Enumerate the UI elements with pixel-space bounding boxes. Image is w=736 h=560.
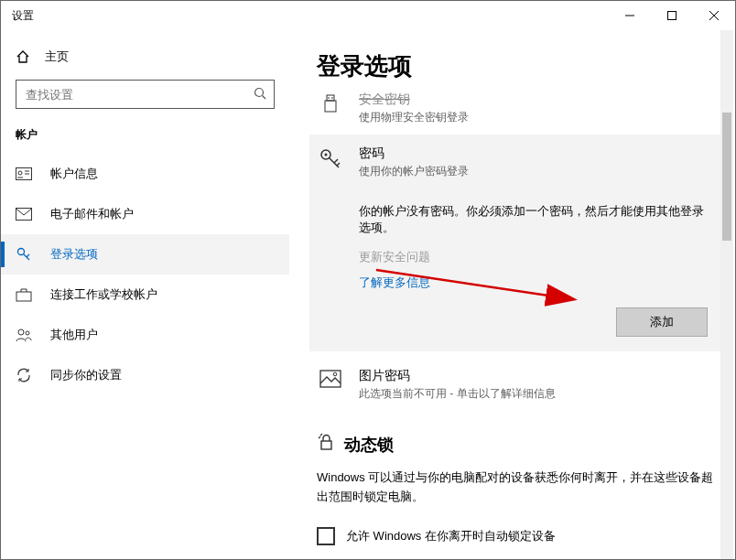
search-icon	[254, 87, 266, 102]
option-head: 图片密码	[359, 368, 715, 384]
close-button[interactable]	[693, 1, 735, 30]
password-body-text: 你的帐户没有密码。你必须添加一个密码，然后才能使用其他登录选项。	[359, 203, 708, 236]
home-label: 主页	[45, 48, 69, 65]
svg-line-26	[337, 163, 340, 166]
sidebar-item-work-school[interactable]: 连接工作或学校帐户	[1, 275, 289, 315]
svg-rect-15	[16, 292, 31, 301]
key-icon	[317, 145, 344, 179]
dynamic-lock-title: 动态锁	[344, 434, 394, 456]
lock-icon	[317, 433, 335, 456]
sidebar-group-label: 帐户	[1, 122, 289, 154]
id-card-icon	[16, 167, 32, 180]
option-head: 密码	[359, 145, 715, 162]
main-content: 登录选项 安全密钥 使用物理安全密钥登录 密码 使用你的帐户密码登录 你的帐户没…	[289, 30, 735, 559]
svg-line-5	[263, 95, 266, 99]
page-title: 登录选项	[317, 50, 715, 82]
mail-icon	[16, 208, 32, 221]
checkbox[interactable]	[317, 527, 335, 545]
usb-key-icon	[317, 92, 344, 125]
sidebar-item-account-info[interactable]: 帐户信息	[1, 154, 289, 194]
home-icon	[16, 49, 32, 64]
option-head: 安全密钥	[359, 92, 715, 108]
learn-more-link[interactable]: 了解更多信息	[359, 275, 708, 291]
svg-point-17	[26, 331, 29, 335]
picture-icon	[317, 368, 344, 402]
svg-rect-27	[320, 371, 341, 387]
svg-rect-19	[325, 101, 336, 112]
option-password[interactable]: 密码 使用你的帐户密码登录 你的帐户没有密码。你必须添加一个密码，然后才能使用其…	[309, 135, 722, 351]
dynamic-lock-heading: 动态锁	[317, 433, 715, 456]
option-picture-password[interactable]: 图片密码 此选项当前不可用 - 单击以了解详细信息	[317, 361, 715, 409]
option-sub: 此选项当前不可用 - 单击以了解详细信息	[359, 386, 715, 402]
svg-line-25	[334, 159, 338, 163]
sync-icon	[16, 367, 32, 383]
update-security-questions: 更新安全问题	[359, 249, 708, 265]
svg-rect-1	[668, 12, 676, 20]
search-input[interactable]	[24, 87, 254, 102]
svg-point-28	[333, 372, 337, 376]
svg-line-14	[27, 254, 29, 257]
svg-rect-18	[327, 95, 334, 101]
svg-rect-29	[321, 441, 331, 449]
scrollbar-thumb[interactable]	[722, 113, 731, 241]
dynamic-lock-checkbox-row[interactable]: 允许 Windows 在你离开时自动锁定设备	[317, 527, 715, 545]
home-nav[interactable]: 主页	[1, 39, 289, 74]
scrollbar[interactable]	[720, 30, 733, 559]
svg-point-4	[255, 88, 264, 96]
svg-point-7	[18, 171, 22, 175]
users-icon	[16, 328, 32, 342]
sidebar-item-signin-options[interactable]: 登录选项	[1, 234, 289, 275]
window-title: 设置	[12, 8, 34, 24]
briefcase-icon	[16, 287, 32, 302]
sidebar-item-label: 电子邮件和帐户	[50, 206, 134, 222]
minimize-button[interactable]	[609, 1, 651, 30]
option-sub: 使用你的帐户密码登录	[359, 164, 715, 179]
titlebar: 设置	[1, 1, 735, 30]
svg-point-23	[325, 154, 328, 156]
add-button[interactable]: 添加	[616, 307, 708, 337]
sidebar-item-label: 同步你的设置	[50, 367, 122, 383]
option-sub: 使用物理安全密钥登录	[359, 110, 715, 125]
sidebar-item-label: 其他用户	[50, 327, 98, 343]
key-icon	[16, 246, 32, 263]
sidebar-item-label: 帐户信息	[50, 166, 98, 182]
checkbox-label: 允许 Windows 在你离开时自动锁定设备	[346, 528, 556, 544]
sidebar-item-email[interactable]: 电子邮件和帐户	[1, 194, 289, 234]
sidebar-item-label: 连接工作或学校帐户	[50, 286, 157, 303]
svg-point-16	[18, 329, 24, 335]
option-security-key[interactable]: 安全密钥 使用物理安全密钥登录	[317, 84, 715, 133]
maximize-button[interactable]	[651, 1, 693, 30]
search-box[interactable]	[16, 80, 275, 109]
dynamic-lock-body: Windows 可以通过与你的电脑配对的设备获悉你何时离开，并在这些设备超出范围…	[317, 468, 715, 507]
sidebar-item-other-users[interactable]: 其他用户	[1, 315, 289, 355]
svg-point-12	[18, 249, 25, 255]
sidebar-item-sync[interactable]: 同步你的设置	[1, 355, 289, 395]
sidebar: 主页 帐户 帐户信息 电子邮件和帐户 登录选项	[1, 30, 289, 559]
svg-rect-11	[16, 209, 32, 221]
sidebar-item-label: 登录选项	[50, 246, 98, 263]
